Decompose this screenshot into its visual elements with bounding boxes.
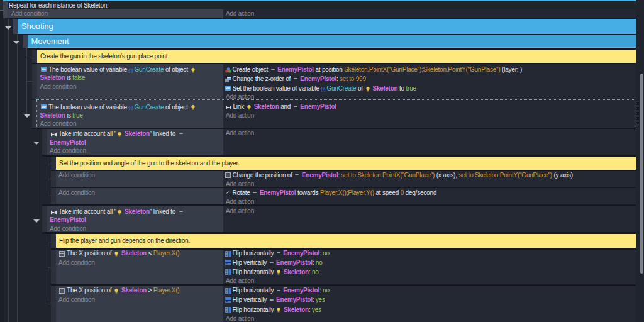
svg-text:}: } [131, 67, 133, 73]
svg-text:}: } [324, 86, 326, 92]
